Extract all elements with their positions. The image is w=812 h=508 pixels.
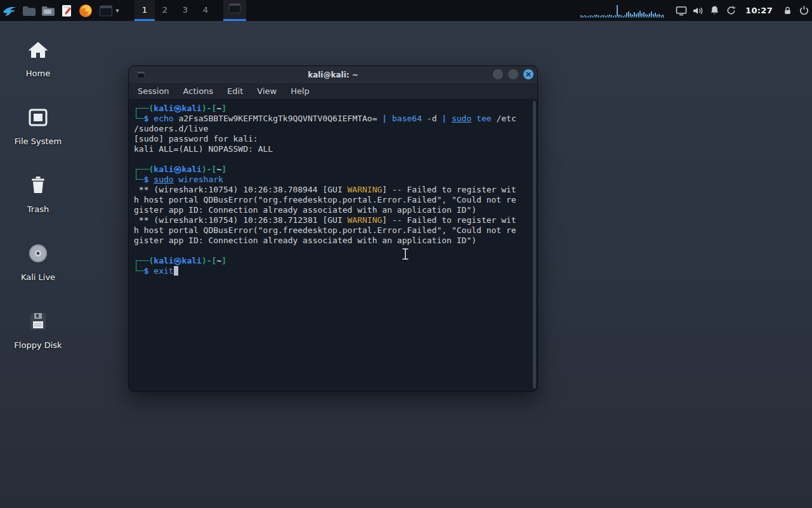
mouse-cursor [401,248,410,263]
cpu-bar [607,15,608,17]
close-button[interactable]: × [523,69,534,79]
terminal-scrollbar[interactable] [532,100,537,390]
file-manager-launcher[interactable] [19,0,38,21]
notifications-icon[interactable] [706,0,723,21]
terminal-line: ** (wireshark:10754) 10:26:38.708944 [GU… [134,185,532,195]
terminal-line: └─$ sudo wireshark [134,175,532,185]
desktop-icon-floppy-disk[interactable]: Floppy Disk [5,302,71,370]
cpu-bar [611,15,612,17]
terminal-line: ┌──(kali㉿kali)-[~] [134,256,532,266]
kali-logo-icon [1,3,18,19]
desktop-icon-kali-live[interactable]: Kali Live [5,234,71,302]
cpu-bar [617,5,618,17]
workspace-3[interactable]: 3 [175,0,195,21]
terminal-line: └─$ echo a2FsaSBBTEw9KEFMTCkgTk9QQVNTV0Q… [134,114,532,124]
cpu-bar [620,15,622,17]
chevron-down-icon: ▼ [115,8,121,14]
volume-icon[interactable] [690,0,706,21]
menu-help[interactable]: Help [291,86,310,96]
terminal-icon [98,3,114,18]
terminal-line: ┌──(kali㉿kali)-[~] [134,104,532,114]
documents-launcher[interactable] [38,0,57,21]
window-title: kali@kali: ~ [129,70,537,79]
scrollbar-thumb[interactable] [533,101,536,389]
desktop-icon-file-system[interactable]: File System [5,98,71,166]
terminal-line: /sudoers.d/live [134,124,532,134]
desktop-icon-trash[interactable]: Trash [5,166,71,234]
cpu-bar [592,16,593,17]
cpu-bar [636,14,637,17]
cpu-bar [653,14,654,17]
cpu-bar [622,16,624,17]
text-cursor [174,266,179,276]
text-editor-launcher[interactable] [57,0,76,21]
lock-icon[interactable] [779,0,796,21]
desktop-icon-label: Kali Live [21,272,55,282]
cpu-graph[interactable] [580,4,664,18]
cpu-bar [599,16,601,17]
cpu-bar [586,16,587,17]
terminal-menubar: SessionActionsEditViewHelp [129,83,537,100]
terminal-line: h host portal QDBusError("org.freedeskto… [134,195,532,205]
display-icon[interactable] [673,0,690,21]
cpu-bar [619,15,620,17]
folder-icon [21,3,36,18]
desktop-icon-label: Trash [27,204,49,214]
workspace-2[interactable]: 2 [155,0,175,21]
folder-light-icon [40,3,55,18]
terminal-icon [228,1,242,18]
home-icon [24,36,52,64]
menu-session[interactable]: Session [138,86,169,96]
update-icon[interactable] [723,0,739,21]
cpu-bar [613,16,614,17]
desktop: ▼ 1234 10:27 [0,0,812,508]
terminal-line [134,246,532,256]
top-panel: ▼ 1234 10:27 [0,0,812,21]
menu-actions[interactable]: Actions [183,86,214,96]
cpu-bar [598,15,599,17]
cpu-bar [601,15,603,17]
minimize-button[interactable] [493,69,503,79]
terminal-line: └─$ exit [134,266,532,276]
terminal-line: gister app ID: Connection already associ… [134,205,532,215]
cpu-bar [588,16,589,17]
cpu-bar [660,15,662,17]
text-editor-icon [59,3,74,18]
terminal-line: ** (wireshark:10754) 10:26:38.712381 [GU… [134,215,532,225]
desktop-icon-label: File System [15,137,62,146]
cpu-bar [615,15,616,17]
terminal-launcher[interactable]: ▼ [95,0,123,21]
power-icon[interactable] [796,0,812,21]
workspace-switcher: 1234 [134,0,216,21]
cpu-bar [594,15,595,17]
cpu-bar [645,14,646,17]
cpu-bar [639,11,641,17]
desktop-icon-label: Floppy Disk [14,340,62,350]
terminal-output[interactable]: ┌──(kali㉿kali)-[~]└─$ echo a2FsaSBBTEw9K… [129,100,532,391]
terminal-titlebar[interactable]: kali@kali: ~ × [129,66,537,83]
file-system-icon [24,104,52,131]
trash-icon [24,171,52,199]
firefox-launcher[interactable] [76,0,95,21]
menu-edit[interactable]: Edit [227,86,243,96]
cpu-bar [651,11,652,17]
workspace-1[interactable]: 1 [134,0,155,21]
menu-view[interactable]: View [257,86,277,96]
cpu-bar [609,15,610,17]
cpu-bar [655,13,656,17]
desktop-icons: HomeFile SystemTrashKali LiveFloppy Disk [5,30,71,370]
applications-menu-button[interactable] [0,0,19,21]
cpu-bar [630,13,631,17]
cpu-bar [632,15,633,17]
cpu-bar [603,15,605,17]
taskbar-window-terminal[interactable] [223,0,246,21]
clock[interactable]: 10:27 [739,6,779,15]
cpu-bar [590,15,591,17]
maximize-button[interactable] [508,69,518,79]
cpu-bar [662,15,664,17]
cpu-bar [638,13,639,17]
workspace-4[interactable]: 4 [195,0,216,21]
desktop-icon-home[interactable]: Home [5,30,71,98]
floppy-icon [24,307,52,335]
terminal-line: ┌──(kali㉿kali)-[~] [134,164,532,175]
